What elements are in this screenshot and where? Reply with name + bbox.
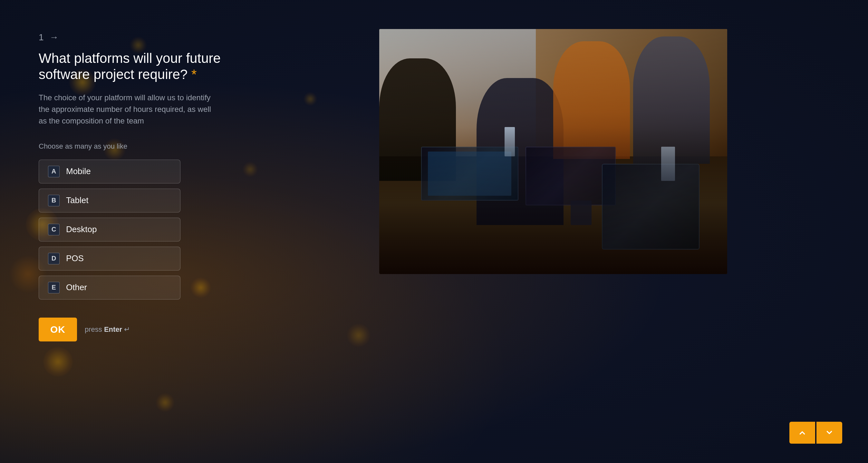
option-tablet[interactable]: B Tablet	[39, 189, 180, 212]
option-label-desktop: Desktop	[66, 224, 97, 234]
question-title: What platforms will your future software…	[39, 50, 239, 83]
ok-hint-key: Enter	[104, 325, 122, 334]
required-marker: *	[191, 67, 196, 82]
chevron-down-icon	[824, 428, 835, 438]
nav-up-button[interactable]	[789, 422, 815, 444]
option-key-c: C	[48, 224, 60, 235]
chevron-up-icon	[797, 428, 807, 438]
ok-hint: press Enter ↵	[85, 325, 130, 334]
option-pos[interactable]: D POS	[39, 247, 180, 270]
left-panel: 1 → What platforms will your future soft…	[39, 26, 239, 342]
content-wrapper: 1 → What platforms will your future soft…	[0, 0, 868, 463]
ok-button[interactable]: OK	[39, 318, 77, 342]
options-list: A Mobile B Tablet C Desktop D POS E Othe…	[39, 160, 239, 299]
nav-down-button[interactable]	[816, 422, 842, 444]
option-key-a: A	[48, 166, 60, 177]
nav-arrows	[789, 422, 842, 444]
ok-row: OK press Enter ↵	[39, 318, 239, 342]
option-label-other: Other	[66, 283, 87, 292]
option-label-pos: POS	[66, 254, 84, 263]
option-desktop[interactable]: C Desktop	[39, 218, 180, 241]
option-other[interactable]: E Other	[39, 276, 180, 299]
choose-label: Choose as many as you like	[39, 142, 239, 151]
option-label-mobile: Mobile	[66, 166, 91, 176]
option-label-tablet: Tablet	[66, 195, 88, 205]
question-number-text: 1	[39, 32, 44, 42]
option-key-d: D	[48, 253, 60, 264]
option-key-e: E	[48, 282, 60, 293]
team-image	[379, 29, 727, 274]
option-mobile[interactable]: A Mobile	[39, 160, 180, 183]
enter-icon: ↵	[124, 325, 130, 334]
question-number-row: 1 →	[39, 32, 239, 42]
question-description: The choice of your platform will allow u…	[39, 92, 219, 127]
question-arrow-icon: →	[50, 32, 59, 42]
ok-hint-prefix: press	[85, 325, 102, 334]
right-panel	[239, 26, 829, 274]
option-key-b: B	[48, 195, 60, 206]
